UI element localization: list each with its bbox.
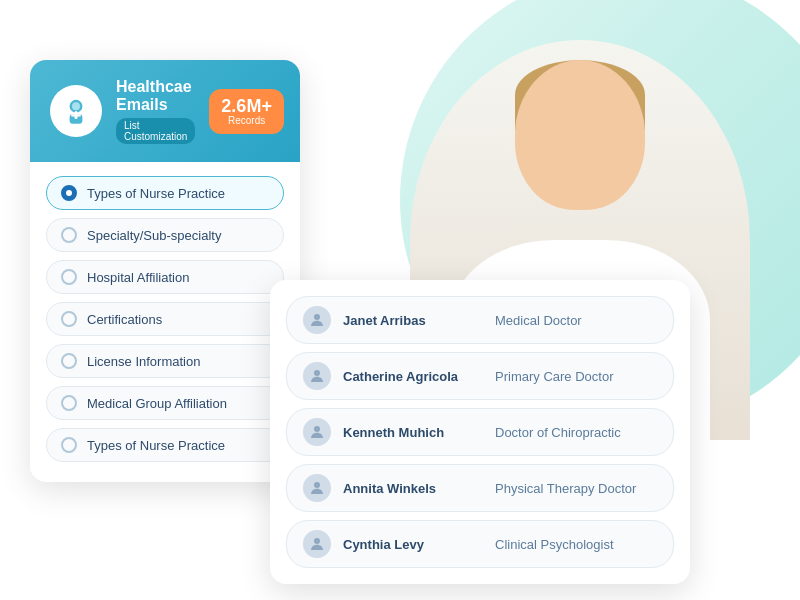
person-name-2: Kenneth Muhich — [343, 425, 483, 440]
person-item-3: Annita WinkelsPhysical Therapy Doctor — [286, 464, 674, 512]
filter-item-3[interactable]: Certifications — [46, 302, 284, 336]
header-title: Healthcae Emails — [116, 78, 195, 114]
filter-item-0[interactable]: Types of Nurse Practice — [46, 176, 284, 210]
person-avatar-0 — [303, 306, 331, 334]
svg-point-8 — [314, 482, 320, 488]
filter-label-1: Specialty/Sub-specialty — [87, 228, 221, 243]
header-avatar — [50, 85, 102, 137]
person-name-4: Cynthia Levy — [343, 537, 483, 552]
person-role-0: Medical Doctor — [495, 313, 582, 328]
person-avatar-2 — [303, 418, 331, 446]
filter-dot-3 — [61, 311, 77, 327]
filter-item-1[interactable]: Specialty/Sub-specialty — [46, 218, 284, 252]
person-name-3: Annita Winkels — [343, 481, 483, 496]
filter-card-header: Healthcae Emails List Customization 2.6M… — [30, 60, 300, 162]
filter-label-0: Types of Nurse Practice — [87, 186, 225, 201]
svg-point-4 — [72, 102, 80, 110]
filter-label-6: Types of Nurse Practice — [87, 438, 225, 453]
svg-rect-3 — [71, 114, 81, 116]
svg-point-5 — [314, 314, 320, 320]
filter-dot-1 — [61, 227, 77, 243]
records-number: 2.6M+ — [221, 97, 272, 115]
person-role-4: Clinical Psychologist — [495, 537, 614, 552]
svg-point-9 — [314, 538, 320, 544]
person-name-1: Catherine Agricola — [343, 369, 483, 384]
person-role-3: Physical Therapy Doctor — [495, 481, 636, 496]
person-role-2: Doctor of Chiropractic — [495, 425, 621, 440]
header-text: Healthcae Emails List Customization — [116, 78, 195, 144]
filter-dot-5 — [61, 395, 77, 411]
svg-point-7 — [314, 426, 320, 432]
filter-item-6[interactable]: Types of Nurse Practice — [46, 428, 284, 462]
person-item-0: Janet ArribasMedical Doctor — [286, 296, 674, 344]
filter-dot-0 — [61, 185, 77, 201]
header-subtitle: List Customization — [116, 118, 195, 144]
filter-label-2: Hospital Affiliation — [87, 270, 189, 285]
records-badge: 2.6M+ Records — [209, 89, 284, 134]
filter-label-4: License Information — [87, 354, 200, 369]
filter-label-3: Certifications — [87, 312, 162, 327]
filter-card: Healthcae Emails List Customization 2.6M… — [30, 60, 300, 482]
filter-dot-4 — [61, 353, 77, 369]
filter-item-2[interactable]: Hospital Affiliation — [46, 260, 284, 294]
filter-item-5[interactable]: Medical Group Affiliation — [46, 386, 284, 420]
person-item-4: Cynthia LevyClinical Psychologist — [286, 520, 674, 568]
person-item-1: Catherine AgricolaPrimary Care Doctor — [286, 352, 674, 400]
people-card: Janet ArribasMedical DoctorCatherine Agr… — [270, 280, 690, 584]
filter-dot-2 — [61, 269, 77, 285]
filter-dot-6 — [61, 437, 77, 453]
person-avatar-4 — [303, 530, 331, 558]
person-name-0: Janet Arribas — [343, 313, 483, 328]
person-avatar-3 — [303, 474, 331, 502]
person-item-2: Kenneth MuhichDoctor of Chiropractic — [286, 408, 674, 456]
filter-label-5: Medical Group Affiliation — [87, 396, 227, 411]
records-label: Records — [221, 115, 272, 126]
svg-point-6 — [314, 370, 320, 376]
people-list: Janet ArribasMedical DoctorCatherine Agr… — [286, 296, 674, 568]
person-role-1: Primary Care Doctor — [495, 369, 613, 384]
person-avatar-1 — [303, 362, 331, 390]
filter-item-4[interactable]: License Information — [46, 344, 284, 378]
filter-items: Types of Nurse PracticeSpecialty/Sub-spe… — [30, 162, 300, 462]
